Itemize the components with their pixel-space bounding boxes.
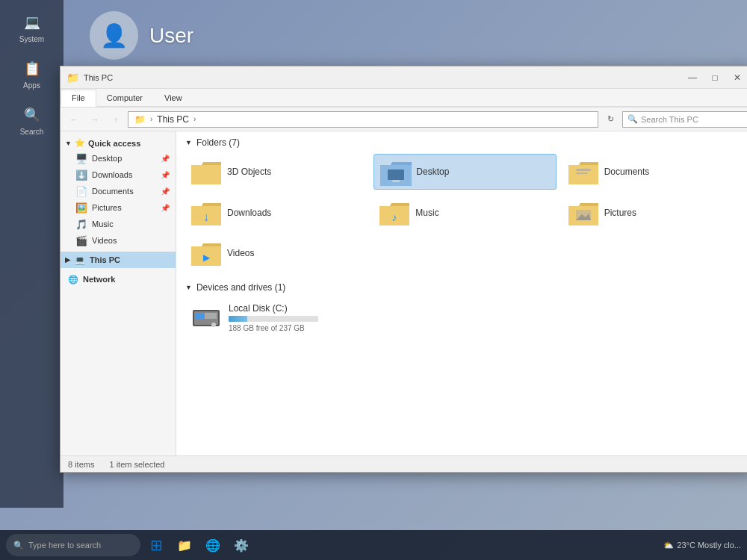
- svg-text:♪: ♪: [392, 211, 397, 223]
- sidebar-item-network[interactable]: 🌐 Network: [61, 271, 176, 287]
- title-bar: 📁 This PC — □ ✕: [61, 66, 747, 89]
- pin-icon-3: 📌: [161, 187, 170, 196]
- sidebar-item-thispc[interactable]: ▶ 💻 This PC: [61, 252, 176, 268]
- devices-section-header[interactable]: ▼ Devices and drives (1): [185, 282, 745, 293]
- network-section: 🌐 Network: [61, 271, 176, 287]
- taskbar-search-icon: 🔍: [13, 541, 24, 550]
- sidebar-item-music-label: Music: [92, 220, 114, 228]
- minimize-button[interactable]: —: [682, 69, 703, 86]
- maximize-button[interactable]: □: [704, 69, 725, 86]
- drive-localc[interactable]: Local Disk (C:) 188 GB free of 237 GB: [185, 299, 745, 337]
- quick-access-section: ▼ ⭐ Quick access 🖥️ Desktop 📌 ⬇️ Downloa…: [61, 136, 176, 249]
- network-label: Network: [83, 275, 115, 284]
- settings-panel: 💻 System 📋 Apps 🔍 Search: [0, 0, 63, 508]
- explorer-icon: 📁: [66, 72, 79, 84]
- folder-desktop[interactable]: Desktop: [374, 154, 556, 190]
- folder-icon-desktop: [380, 159, 410, 184]
- downloads-icon: ⬇️: [75, 169, 87, 181]
- drive-space: 188 GB free of 237 GB: [229, 324, 318, 332]
- system-icon: 💻: [22, 12, 43, 33]
- folder-music-label: Music: [415, 208, 438, 218]
- sidebar-item-desktop-label: Desktop: [92, 154, 122, 163]
- avatar: 👤: [90, 11, 138, 60]
- address-bar: ← → ↑ 📁 › This PC › ↻ 🔍 Search This PC: [61, 108, 747, 131]
- taskbar-edge-button[interactable]: 🌐: [200, 532, 226, 558]
- forward-icon: →: [91, 115, 99, 124]
- folder-documents[interactable]: Documents: [562, 154, 745, 190]
- folder-icon-3dobjects: [191, 159, 221, 184]
- refresh-button[interactable]: ↻: [601, 111, 619, 128]
- close-button[interactable]: ✕: [727, 69, 747, 86]
- user-header: 👤 User: [90, 11, 193, 60]
- taskbar-windows-button[interactable]: ⊞: [143, 532, 169, 558]
- search-panel-item[interactable]: 🔍 Search: [2, 100, 62, 140]
- pin-icon: 📌: [161, 155, 170, 163]
- folder-videos-label: Videos: [227, 248, 254, 258]
- taskbar-search-placeholder: Type here to search: [28, 541, 101, 550]
- taskbar-settings-button[interactable]: ⚙️: [229, 532, 254, 558]
- back-button[interactable]: ←: [65, 111, 83, 128]
- svg-text:↓: ↓: [203, 211, 209, 223]
- svg-rect-8: [576, 169, 591, 171]
- this-pc-icon: 💻: [75, 255, 85, 265]
- quick-access-header[interactable]: ▼ ⭐ Quick access: [61, 136, 176, 150]
- folder-icon-documents: [568, 159, 598, 184]
- apps-icon: 📋: [22, 58, 43, 79]
- documents-icon: 📄: [75, 185, 87, 197]
- chevron-right-icon: ▶: [65, 256, 70, 264]
- drive-bar-container: [229, 316, 318, 322]
- forward-button[interactable]: →: [86, 111, 104, 128]
- svg-rect-5: [392, 180, 400, 182]
- selected-count: 1 item selected: [109, 460, 164, 469]
- sidebar-item-documents[interactable]: 📄 Documents 📌: [61, 183, 176, 199]
- folders-chevron-icon: ▼: [185, 139, 192, 146]
- sidebar-item-downloads-label: Downloads: [92, 170, 132, 179]
- this-pc-section: ▶ 💻 This PC: [61, 252, 176, 268]
- folder-music[interactable]: ♪ Music: [374, 196, 556, 230]
- tab-computer[interactable]: Computer: [96, 89, 154, 106]
- pictures-icon: 🖼️: [75, 202, 87, 214]
- taskbar-weather[interactable]: ⛅ 23°C Mostly clo...: [663, 541, 741, 550]
- search-panel-label: Search: [20, 128, 44, 136]
- sidebar-item-desktop[interactable]: 🖥️ Desktop 📌: [61, 150, 176, 167]
- folder-3dobjects[interactable]: 3D Objects: [185, 154, 368, 190]
- content-area: ▼ ⭐ Quick access 🖥️ Desktop 📌 ⬇️ Downloa…: [61, 131, 747, 455]
- sidebar-item-music[interactable]: 🎵 Music: [61, 216, 176, 232]
- svg-rect-9: [576, 172, 588, 174]
- folder-pictures[interactable]: Pictures: [562, 196, 745, 230]
- folder-icon-music: ♪: [379, 200, 409, 225]
- network-icon: 🌐: [68, 275, 78, 284]
- address-path[interactable]: 📁 › This PC ›: [128, 111, 598, 128]
- folder-icon-videos: ▶: [191, 240, 221, 266]
- tab-view[interactable]: View: [154, 89, 193, 106]
- pin-icon-4: 📌: [161, 204, 170, 212]
- title-bar-label: This PC: [84, 73, 678, 82]
- folder-pictures-label: Pictures: [604, 208, 636, 218]
- system-panel-item[interactable]: 💻 System: [2, 7, 62, 48]
- apps-label: Apps: [23, 81, 40, 90]
- sidebar-item-pictures[interactable]: 🖼️ Pictures 📌: [61, 199, 176, 216]
- folder-icon-pictures: [568, 200, 598, 225]
- window-controls: — □ ✕: [682, 69, 747, 86]
- up-button[interactable]: ↑: [107, 111, 125, 128]
- folder-downloads[interactable]: ↓ Downloads: [185, 196, 368, 230]
- system-label: System: [19, 35, 44, 43]
- file-area: ▼ Folders (7) 3D Objects: [176, 131, 747, 455]
- devices-header-label: Devices and drives (1): [196, 282, 285, 293]
- this-pc-label: This PC: [90, 255, 120, 264]
- folders-section-header[interactable]: ▼ Folders (7): [185, 137, 745, 148]
- apps-panel-item[interactable]: 📋 Apps: [2, 54, 62, 94]
- sidebar-item-pictures-label: Pictures: [92, 203, 122, 212]
- pin-icon-2: 📌: [161, 171, 170, 179]
- folder-videos[interactable]: ▶ Videos: [185, 236, 368, 270]
- tab-file[interactable]: File: [61, 90, 96, 107]
- sidebar-item-downloads[interactable]: ⬇️ Downloads 📌: [61, 167, 176, 183]
- path-arrow2: ›: [193, 115, 196, 123]
- back-icon: ←: [70, 115, 78, 124]
- taskbar-explorer-button[interactable]: 📁: [172, 532, 197, 558]
- sidebar-item-videos[interactable]: 🎬 Videos: [61, 232, 176, 249]
- svg-marker-7: [568, 165, 598, 184]
- search-box[interactable]: 🔍 Search This PC: [622, 111, 747, 128]
- svg-rect-26: [196, 313, 205, 319]
- taskbar-search[interactable]: 🔍 Type here to search: [6, 534, 140, 556]
